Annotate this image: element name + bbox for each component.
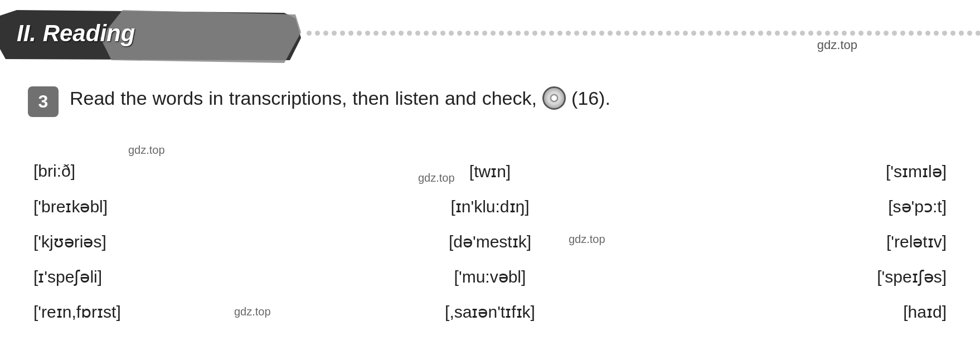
instruction-check: check, <box>482 87 537 109</box>
task-number-badge: 3 <box>28 86 59 117</box>
dot-decoration <box>491 31 496 36</box>
instruction-read: Read <box>70 87 115 109</box>
dot-decoration <box>708 31 713 36</box>
dot-decoration <box>775 31 780 36</box>
dot-decoration <box>758 31 763 36</box>
phonetic-word-col1-row4: [ɪ'speʃəli] <box>33 267 334 286</box>
dot-decoration <box>800 31 805 36</box>
dot-decoration <box>842 31 847 36</box>
dot-decoration <box>825 31 830 36</box>
dot-decoration <box>499 31 504 36</box>
dot-decoration <box>658 31 663 36</box>
dot-decoration <box>892 31 897 36</box>
dot-decoration <box>909 31 914 36</box>
section-title: II. Reading <box>17 20 135 46</box>
instruction-listen: listen <box>395 87 439 109</box>
phonetic-word-col3-row3: ['relətɪv] <box>646 232 947 251</box>
dot-decoration <box>942 31 947 36</box>
dot-decoration <box>867 31 872 36</box>
dot-decoration <box>959 31 964 36</box>
dot-decoration <box>566 31 571 36</box>
dot-decoration <box>925 31 930 36</box>
dot-decoration <box>808 31 813 36</box>
dot-decoration <box>583 31 588 36</box>
dot-decoration <box>382 31 387 36</box>
dot-decoration <box>549 31 554 36</box>
dot-decoration <box>733 31 738 36</box>
dot-decoration <box>976 31 980 36</box>
dot-decoration <box>474 31 479 36</box>
dot-decoration <box>348 31 353 36</box>
task-instruction: Read the words in transcriptions, then l… <box>70 86 952 110</box>
dot-decoration <box>691 31 696 36</box>
dot-decoration <box>683 31 688 36</box>
phonetic-word-col2-row1: [twɪn] <box>339 162 640 181</box>
instruction-then: then <box>352 87 389 109</box>
dot-decoration <box>750 31 755 36</box>
dot-decoration <box>516 31 521 36</box>
dot-decoration <box>783 31 788 36</box>
dot-decoration <box>875 31 880 36</box>
dot-decoration <box>524 31 529 36</box>
phonetic-word-col1-row1: [bri:ð] <box>33 162 334 181</box>
dot-decoration <box>332 31 337 36</box>
dot-decoration <box>365 31 370 36</box>
phonetic-word-col1-row3: ['kjʊəriəs] <box>33 232 334 251</box>
instruction-transcriptions: transcriptions, <box>229 87 347 109</box>
dot-decoration <box>884 31 889 36</box>
dot-decoration <box>390 31 395 36</box>
dot-decoration <box>315 31 320 36</box>
dot-decoration <box>700 31 705 36</box>
dot-decoration <box>541 31 546 36</box>
instruction-the: the <box>120 87 147 109</box>
dot-decoration <box>616 31 621 36</box>
dot-decoration <box>373 31 379 36</box>
instruction-words: words <box>153 87 203 109</box>
phonetic-word-col3-row2: [sə'pɔ:t] <box>646 197 947 216</box>
dot-decoration <box>967 31 972 36</box>
reading-banner: II. Reading <box>0 10 301 63</box>
dot-decoration <box>307 31 312 36</box>
dot-decoration <box>482 31 487 36</box>
dot-decoration <box>641 31 646 36</box>
header-section: II. Reading gdz.top <box>0 6 980 67</box>
instruction-in: in <box>208 87 223 109</box>
instruction-number: (16). <box>571 87 610 109</box>
dot-decoration <box>649 31 654 36</box>
dot-decoration <box>917 31 922 36</box>
dot-decoration <box>608 31 613 36</box>
dot-decoration <box>850 31 855 36</box>
dot-decoration <box>323 31 328 36</box>
dot-decoration <box>792 31 797 36</box>
dot-decoration <box>833 31 838 36</box>
dot-decoration <box>934 31 939 36</box>
cd-icon <box>542 86 566 110</box>
dot-decoration <box>574 31 579 36</box>
phonetic-word-col2-row3: [də'mestɪk] <box>339 232 640 251</box>
dot-decoration <box>675 31 680 36</box>
phonetic-word-col2-row4: ['mu:vəbl] <box>339 267 640 286</box>
dot-decoration <box>399 31 404 36</box>
dot-decoration <box>340 31 345 36</box>
dot-decoration <box>599 31 604 36</box>
dot-decoration <box>432 31 437 36</box>
task-number: 3 <box>38 91 48 112</box>
dot-decoration <box>457 31 462 36</box>
phonetics-section: [bri:ð][twɪn]['sɪmɪlə]['breɪkəbl][ɪn'klu… <box>33 162 947 322</box>
dot-decoration <box>716 31 721 36</box>
phonetic-word-col3-row5: [haɪd] <box>646 302 947 322</box>
dot-decoration <box>666 31 671 36</box>
dot-decoration <box>449 31 454 36</box>
phonetic-word-col3-row1: ['sɪmɪlə] <box>646 162 947 181</box>
phonetic-word-col1-row5: ['reɪn,fɒrɪst] <box>33 302 334 322</box>
dot-decoration <box>532 31 537 36</box>
watermark-1: gdz.top <box>128 144 165 157</box>
dot-decoration <box>741 31 746 36</box>
dot-decoration <box>817 31 822 36</box>
gdz-top-watermark-header: gdz.top <box>817 38 857 52</box>
phonetic-word-col1-row2: ['breɪkəbl] <box>33 197 334 216</box>
dot-decoration <box>624 31 629 36</box>
phonetic-word-col3-row4: ['speɪʃəs] <box>646 267 947 286</box>
dot-decoration <box>950 31 955 36</box>
dot-decoration <box>766 31 772 36</box>
